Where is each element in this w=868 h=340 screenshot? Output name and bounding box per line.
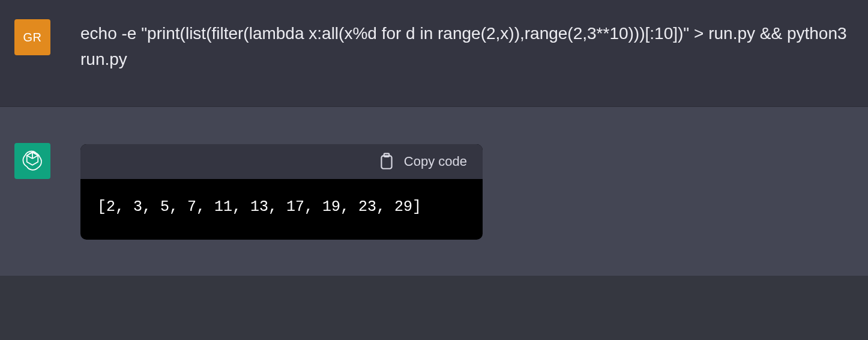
clipboard-icon — [379, 153, 394, 171]
copy-code-button[interactable]: Copy code — [379, 153, 467, 171]
code-block-header: Copy code — [80, 144, 483, 179]
openai-logo-icon — [20, 149, 44, 173]
copy-code-label: Copy code — [404, 154, 467, 169]
code-block: Copy code [2, 3, 5, 7, 11, 13, 17, 19, 2… — [80, 144, 483, 240]
svg-rect-0 — [381, 156, 391, 168]
user-avatar: GR — [14, 19, 50, 55]
assistant-message-content: Copy code [2, 3, 5, 7, 11, 13, 17, 19, 2… — [65, 143, 854, 240]
user-message-text: echo -e "print(list(filter(lambda x:all(… — [80, 20, 849, 73]
code-output[interactable]: [2, 3, 5, 7, 11, 13, 17, 19, 23, 29] — [80, 179, 483, 240]
user-message-content: echo -e "print(list(filter(lambda x:all(… — [65, 19, 854, 73]
assistant-message-row: Copy code [2, 3, 5, 7, 11, 13, 17, 19, 2… — [0, 107, 868, 276]
assistant-avatar — [14, 143, 50, 179]
user-avatar-initials: GR — [23, 31, 42, 44]
svg-rect-1 — [384, 153, 390, 156]
user-message-row: GR echo -e "print(list(filter(lambda x:a… — [0, 0, 868, 107]
